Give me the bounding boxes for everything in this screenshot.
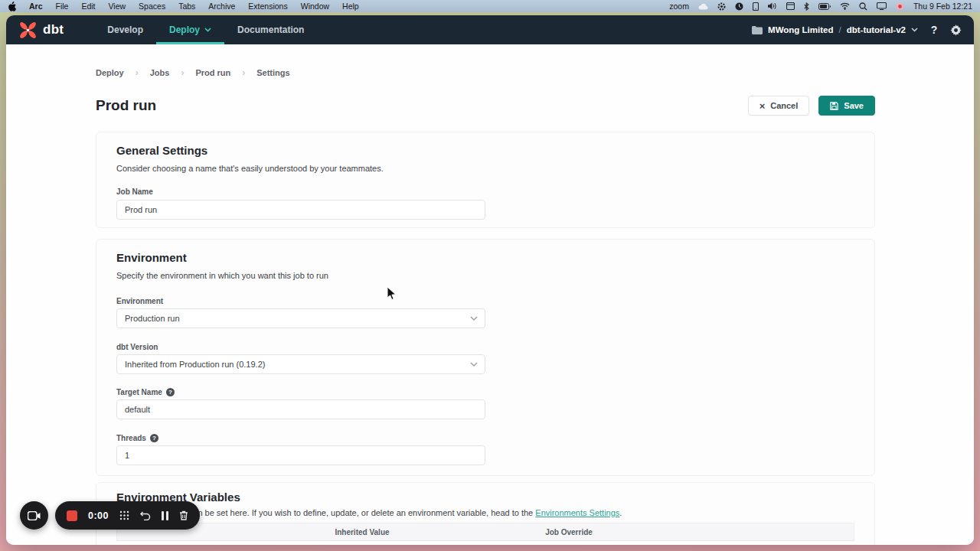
chevron-down-icon <box>470 316 478 321</box>
dbt-logo-icon <box>18 21 38 40</box>
job-name-input[interactable] <box>116 200 485 220</box>
folder-icon <box>752 26 763 34</box>
help-button[interactable]: ? <box>926 24 942 36</box>
stop-recording-button[interactable] <box>67 510 77 521</box>
zoom-menu-label[interactable]: zoom <box>669 2 689 11</box>
nav-develop[interactable]: Develop <box>94 15 156 44</box>
threads-label: Threads ? <box>116 433 854 442</box>
recording-timer: 0:00 <box>88 510 109 521</box>
menu-item-extensions[interactable]: Extensions <box>248 2 287 11</box>
screen-mirroring-icon[interactable] <box>877 2 887 10</box>
breadcrumb: Deploy › Jobs › Prod run › Settings <box>96 44 875 78</box>
env-vars-table-header: Inherited Value Job Override <box>116 523 854 541</box>
target-name-label: Target Name ? <box>116 387 854 396</box>
column-header-job-override: Job Override <box>466 528 672 536</box>
camera-toggle-button[interactable] <box>20 501 48 530</box>
breadcrumb-separator: › <box>136 67 139 78</box>
drag-handle-icon[interactable] <box>119 510 129 520</box>
device-status-icon[interactable] <box>753 2 759 11</box>
recording-indicator-icon[interactable] <box>896 2 904 11</box>
menu-item-help[interactable]: Help <box>342 2 359 11</box>
account-project: dbt-tutorial-v2 <box>847 25 906 34</box>
dbt-brand-name: dbt <box>43 22 64 37</box>
restart-recording-icon[interactable] <box>140 511 151 520</box>
save-icon <box>830 102 838 110</box>
menu-item-view[interactable]: View <box>109 2 126 11</box>
environment-variables-heading: Environment Variables <box>116 490 854 505</box>
environment-variables-description: Job level overrides can be set here. If … <box>116 507 854 518</box>
delete-recording-icon[interactable] <box>179 510 188 520</box>
breadcrumb-prod-run[interactable]: Prod run <box>195 68 230 77</box>
page-title: Prod run <box>96 97 156 114</box>
threads-input[interactable] <box>116 445 485 465</box>
general-settings-description: Consider choosing a name that's easily u… <box>116 163 854 174</box>
close-icon: × <box>760 101 766 111</box>
target-name-help-icon[interactable]: ? <box>166 388 175 396</box>
browser-window: dbt Develop Deploy Documentation MWong L… <box>6 15 974 545</box>
threads-help-icon[interactable]: ? <box>150 434 158 442</box>
environment-heading: Environment <box>116 250 854 266</box>
macos-menu-bar: Arc File Edit View Spaces Tabs Archive E… <box>0 0 980 12</box>
menu-item-arc[interactable]: Arc <box>29 2 43 11</box>
bluetooth-status-icon[interactable] <box>804 2 809 11</box>
account-org: MWong Limited <box>768 25 833 34</box>
menu-item-tabs[interactable]: Tabs <box>178 2 195 11</box>
environment-label: Environment <box>116 296 854 305</box>
breadcrumb-separator: › <box>242 67 245 78</box>
nav-documentation[interactable]: Documentation <box>224 15 317 44</box>
general-settings-heading: General Settings <box>116 143 854 158</box>
environment-card: Environment Specify the environment in w… <box>96 239 875 476</box>
job-name-label: Job Name <box>116 187 854 196</box>
breadcrumb-deploy[interactable]: Deploy <box>96 68 124 77</box>
menu-item-edit[interactable]: Edit <box>81 2 95 11</box>
recording-controls-bar: 0:00 <box>55 501 200 530</box>
column-header-inherited-value: Inherited Value <box>259 528 466 536</box>
gear-status-icon[interactable] <box>717 2 726 11</box>
breadcrumb-settings[interactable]: Settings <box>256 68 289 77</box>
env-vars-table-row <box>116 541 854 545</box>
video-camera-icon <box>28 511 41 520</box>
nav-deploy[interactable]: Deploy <box>156 15 224 44</box>
general-settings-card: General Settings Consider choosing a nam… <box>96 132 875 228</box>
spotlight-search-icon[interactable] <box>859 2 867 11</box>
menu-bar-clock[interactable]: Thu 9 Feb 12:21 <box>913 2 972 11</box>
environment-description: Specify the environment in which you wan… <box>116 270 854 281</box>
chevron-down-icon <box>911 28 918 32</box>
wifi-status-icon[interactable] <box>840 2 850 10</box>
primary-nav: Develop Deploy Documentation <box>94 15 317 44</box>
menu-item-file[interactable]: File <box>56 2 69 11</box>
environments-settings-link[interactable]: Environments Settings <box>535 508 619 517</box>
apple-menu-icon[interactable] <box>8 2 16 11</box>
volume-status-icon[interactable] <box>768 2 777 10</box>
chevron-down-icon <box>470 362 478 367</box>
battery-status-icon[interactable] <box>818 3 831 10</box>
target-name-input[interactable] <box>116 399 485 419</box>
clock-status-icon[interactable] <box>735 2 743 11</box>
dbt-version-label: dbt Version <box>116 342 854 351</box>
settings-gear-button[interactable] <box>950 24 962 36</box>
account-project-switcher[interactable]: MWong Limited / dbt-tutorial-v2 <box>752 25 918 34</box>
chevron-down-icon <box>204 28 211 32</box>
dbt-logo[interactable]: dbt <box>18 21 64 40</box>
breadcrumb-separator: › <box>181 67 184 78</box>
environment-variables-card: Environment Variables Job level override… <box>96 482 875 545</box>
account-separator: / <box>838 25 841 34</box>
pause-recording-icon[interactable] <box>162 511 168 520</box>
calendar-status-icon[interactable] <box>786 2 795 10</box>
save-button[interactable]: Save <box>818 96 875 116</box>
page-content: Deploy › Jobs › Prod run › Settings Prod… <box>6 44 974 545</box>
menu-item-spaces[interactable]: Spaces <box>139 2 165 11</box>
screen-recorder-widget: 0:00 <box>20 501 200 530</box>
menu-item-archive[interactable]: Archive <box>208 2 235 11</box>
gear-icon <box>950 24 962 36</box>
dbt-app-header: dbt Develop Deploy Documentation MWong L… <box>6 15 974 44</box>
cloud-status-icon[interactable] <box>698 3 708 10</box>
dbt-version-select[interactable]: Inherited from Production run (0.19.2) <box>116 354 485 374</box>
menu-item-window[interactable]: Window <box>301 2 329 11</box>
breadcrumb-jobs[interactable]: Jobs <box>150 68 170 77</box>
cancel-button[interactable]: × Cancel <box>748 96 810 116</box>
environment-select[interactable]: Production run <box>116 308 485 328</box>
